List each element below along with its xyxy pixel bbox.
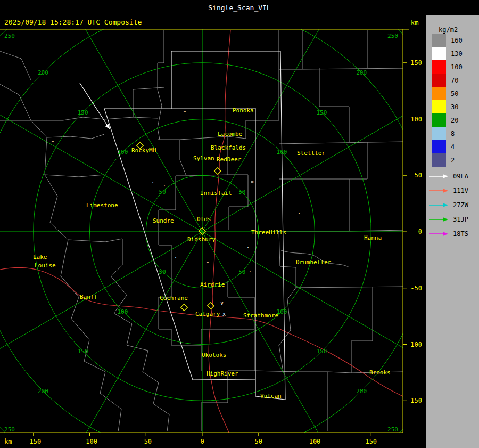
county-boundary (68, 239, 169, 431)
storm-track-line (80, 83, 110, 129)
track-id-label: 27ZW (453, 201, 468, 209)
color-scale-row: 70 (432, 74, 463, 87)
county-boundary (349, 230, 403, 231)
map-layers: ^^··*·^····vxPonokaLacombeBlackfaldsSylv… (0, 0, 426, 448)
city-label: Vulcan (260, 393, 282, 400)
city-label: Okotoks (202, 352, 226, 359)
color-scale-row: 130 (432, 47, 463, 60)
color-scale-value: 30 (451, 103, 458, 111)
city-label: HighRiver (207, 370, 238, 377)
color-scale-row: 160 (432, 34, 463, 47)
track-id-label: 31JP (453, 216, 468, 223)
track-arrow-head (443, 189, 448, 193)
county-boundary (302, 68, 403, 69)
county-boundary (279, 142, 403, 144)
bottom-axis-unit: km (4, 438, 12, 445)
track-arrow-icon (428, 188, 449, 194)
county-boundary (0, 84, 121, 431)
point-symbol: v (220, 300, 224, 306)
ring-distance-label: 200 (356, 69, 367, 76)
bottom-axis-label: 50 (255, 438, 262, 445)
ring-distance-label: 50 (159, 189, 166, 196)
color-scale-row: 30 (432, 100, 463, 113)
color-scale-row: 100 (432, 60, 463, 74)
ring-distance-label: 100 (118, 308, 128, 315)
right-axis-label: -100 (407, 341, 422, 348)
ring-distance-label: 200 (38, 388, 48, 395)
city-label: RockyMH (131, 147, 156, 154)
right-axis-label: 0 (418, 228, 422, 235)
scan-timestamp: 2025/09/18 15:28:17 UTC Composite (4, 18, 142, 26)
city-label: Calgary (195, 311, 220, 317)
bottom-axis-label: 150 (365, 438, 377, 445)
color-scale-value: 160 (451, 37, 463, 44)
city-label: Innisfail (200, 190, 232, 197)
point-symbol: ^ (51, 140, 54, 146)
point-symbol: · (246, 245, 250, 250)
radial-line (0, 91, 202, 232)
storm-track-row: 31JP (428, 212, 468, 226)
point-symbol: · (174, 255, 177, 260)
map-canvas[interactable]: ^^··*·^····vxPonokaLacombeBlackfaldsSylv… (0, 0, 426, 448)
point-symbol: · (249, 269, 252, 275)
city-label: Lacombe (218, 131, 242, 137)
radar-viewer-window: ^^··*·^····vxPonokaLacombeBlackfaldsSylv… (0, 0, 479, 448)
right-axis-label: 100 (410, 116, 422, 123)
city-label: Lake (33, 254, 47, 260)
county-boundary (351, 287, 403, 373)
county-boundary (133, 87, 164, 117)
color-scale-row: 20 (432, 113, 463, 127)
city-label: Louise (35, 262, 56, 269)
city-label: Limestone (86, 202, 118, 209)
track-arrow-head (443, 217, 448, 222)
city-label: Stettler (297, 150, 325, 157)
city-label: Strathmore (243, 312, 278, 319)
color-scale-value: 8 (451, 130, 455, 137)
window-title: Single_Scan_VIL (208, 4, 270, 12)
color-scale-value: 130 (451, 50, 463, 58)
county-boundary (0, 51, 31, 80)
color-swatch (432, 47, 446, 60)
county-boundary (254, 371, 296, 372)
color-swatch (432, 74, 446, 87)
color-scale-value: 50 (451, 90, 458, 97)
city-label: Banff (80, 294, 97, 300)
radial-line (0, 232, 202, 372)
city-label: Brooks (369, 369, 391, 376)
color-scale-value: 2 (451, 157, 455, 164)
storm-track-row: 27ZW (428, 198, 468, 212)
storm-track-row: 18TS (428, 226, 468, 241)
storm-track-row: 09EA (428, 169, 468, 183)
ring-distance-label: 100 (277, 308, 287, 315)
bottom-axis-label: -100 (82, 438, 97, 445)
color-swatch (432, 113, 446, 127)
point-symbol: ^ (183, 110, 186, 116)
color-scale-row: 4 (432, 140, 463, 153)
ring-distance-label: 250 (4, 32, 15, 39)
window-title-bar[interactable]: Single_Scan_VIL (0, 0, 479, 15)
point-symbol: · (298, 210, 301, 216)
radar-coverage-outline (255, 51, 285, 400)
ring-distance-label: 50 (159, 268, 166, 275)
track-arrow-icon (428, 216, 449, 223)
city-label: Blackfalds (211, 144, 246, 151)
track-arrow-icon (428, 202, 449, 208)
ring-distance-label: 200 (356, 388, 367, 395)
ring-distance-label: 100 (277, 149, 287, 156)
color-scale-value: 100 (451, 63, 463, 71)
track-id-label: 111V (453, 187, 468, 194)
right-axis-label: -50 (410, 284, 422, 292)
ring-distance-label: 150 (316, 348, 327, 355)
ring-distance-label: 150 (78, 109, 88, 116)
city-label: Ponoka (233, 107, 254, 114)
site-marker (181, 304, 188, 311)
county-boundary (159, 230, 171, 245)
track-arrow-head (443, 174, 448, 178)
legend-unit-label: kg/m2 (439, 26, 458, 34)
color-swatch (432, 87, 446, 100)
track-arrow-icon (428, 173, 449, 180)
county-boundary (279, 30, 302, 69)
bottom-axis-label: 100 (309, 438, 321, 445)
ring-distance-label: 50 (238, 189, 245, 196)
right-axis-unit: km (411, 19, 418, 27)
